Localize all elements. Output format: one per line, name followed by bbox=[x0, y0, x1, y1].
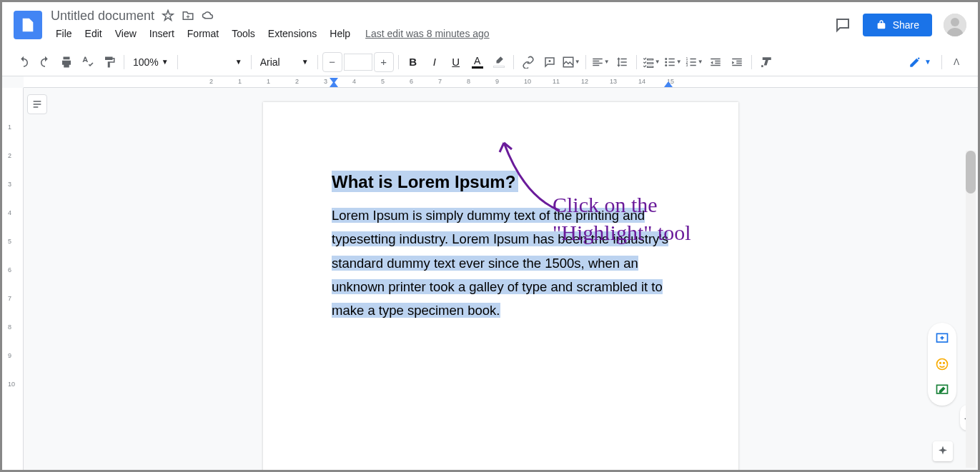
bulleted-list-button[interactable]: ▼ bbox=[663, 52, 683, 72]
decrease-font-button[interactable]: − bbox=[322, 52, 342, 72]
clear-formatting-button[interactable] bbox=[756, 52, 776, 72]
increase-indent-button[interactable] bbox=[727, 52, 747, 72]
document-page[interactable]: What is Lorem Ipsum? Lorem Ipsum is simp… bbox=[263, 102, 738, 470]
add-comment-side-button[interactable] bbox=[934, 330, 951, 347]
spellcheck-button[interactable] bbox=[78, 52, 98, 72]
menu-view[interactable]: View bbox=[110, 25, 142, 42]
checklist-button[interactable]: ▼ bbox=[641, 52, 661, 72]
doc-body-text: Lorem Ipsum is simply dummy text of the … bbox=[332, 208, 668, 318]
toolbar: 100% ▼ ▼ Arial ▼ − + B I U A ▼ ▼ ▼ ▼ 123… bbox=[2, 48, 978, 76]
svg-point-3 bbox=[665, 58, 667, 60]
font-select[interactable]: Arial ▼ bbox=[256, 56, 313, 68]
move-icon[interactable] bbox=[182, 9, 194, 22]
font-size-input[interactable] bbox=[344, 54, 372, 71]
align-button[interactable]: ▼ bbox=[590, 52, 610, 72]
emoji-reaction-button[interactable] bbox=[934, 356, 951, 373]
svg-point-1 bbox=[951, 18, 959, 26]
share-button[interactable]: Share bbox=[863, 14, 932, 36]
document-area: 21123456789101112131415 12345678910 What… bbox=[2, 76, 978, 470]
styles-select[interactable]: ▼ bbox=[182, 58, 247, 66]
decrease-indent-button[interactable] bbox=[706, 52, 726, 72]
bold-button[interactable]: B bbox=[403, 52, 423, 72]
undo-button[interactable] bbox=[14, 52, 34, 72]
titlebar: Untitled document File Edit View Insert … bbox=[2, 2, 978, 48]
docs-logo[interactable] bbox=[14, 11, 42, 39]
doc-title[interactable]: Untitled document bbox=[51, 9, 154, 24]
cloud-icon[interactable] bbox=[202, 9, 214, 22]
text-color-button[interactable]: A bbox=[467, 52, 487, 72]
increase-font-button[interactable]: + bbox=[374, 52, 394, 72]
expand-button[interactable]: ᐱ bbox=[946, 52, 966, 72]
italic-button[interactable]: I bbox=[425, 52, 445, 72]
last-edit-link[interactable]: Last edit was 8 minutes ago bbox=[365, 28, 490, 39]
add-comment-button[interactable] bbox=[540, 52, 560, 72]
svg-point-12 bbox=[944, 363, 945, 364]
star-icon[interactable] bbox=[162, 9, 174, 22]
image-button[interactable]: ▼ bbox=[561, 52, 581, 72]
link-button[interactable] bbox=[518, 52, 538, 72]
avatar[interactable] bbox=[944, 14, 966, 36]
numbered-list-button[interactable]: 123▼ bbox=[684, 52, 704, 72]
svg-point-10 bbox=[937, 359, 948, 370]
comment-history-icon[interactable] bbox=[834, 16, 851, 34]
menu-edit[interactable]: Edit bbox=[80, 25, 107, 42]
vertical-ruler[interactable]: 12345678910 bbox=[2, 88, 24, 470]
editing-mode-button[interactable]: ▼ bbox=[903, 53, 937, 71]
highlight-color-button[interactable] bbox=[489, 52, 509, 72]
share-label: Share bbox=[893, 19, 919, 31]
side-actions bbox=[928, 323, 956, 406]
svg-point-4 bbox=[665, 61, 667, 63]
menubar: File Edit View Insert Format Tools Exten… bbox=[51, 25, 834, 42]
menu-tools[interactable]: Tools bbox=[227, 25, 260, 42]
zoom-select[interactable]: 100% ▼ bbox=[129, 56, 173, 68]
suggest-edits-button[interactable] bbox=[934, 381, 951, 398]
outline-toggle[interactable] bbox=[27, 94, 47, 114]
paint-format-button[interactable] bbox=[99, 52, 119, 72]
svg-text:3: 3 bbox=[685, 63, 688, 67]
menu-format[interactable]: Format bbox=[182, 25, 224, 42]
line-spacing-button[interactable] bbox=[612, 52, 632, 72]
menu-file[interactable]: File bbox=[51, 25, 77, 42]
redo-button[interactable] bbox=[35, 52, 55, 72]
horizontal-ruler[interactable]: 21123456789101112131415 bbox=[24, 76, 978, 88]
svg-point-11 bbox=[940, 363, 941, 364]
menu-help[interactable]: Help bbox=[325, 25, 355, 42]
vertical-scrollbar[interactable] bbox=[966, 151, 976, 468]
menu-insert[interactable]: Insert bbox=[144, 25, 179, 42]
menu-extensions[interactable]: Extensions bbox=[263, 25, 322, 42]
svg-point-5 bbox=[665, 64, 667, 66]
title-area: Untitled document File Edit View Insert … bbox=[51, 9, 834, 42]
doc-heading: What is Lorem Ipsum? bbox=[332, 172, 515, 191]
print-button[interactable] bbox=[56, 52, 76, 72]
underline-button[interactable]: U bbox=[446, 52, 466, 72]
explore-button[interactable] bbox=[933, 441, 953, 461]
